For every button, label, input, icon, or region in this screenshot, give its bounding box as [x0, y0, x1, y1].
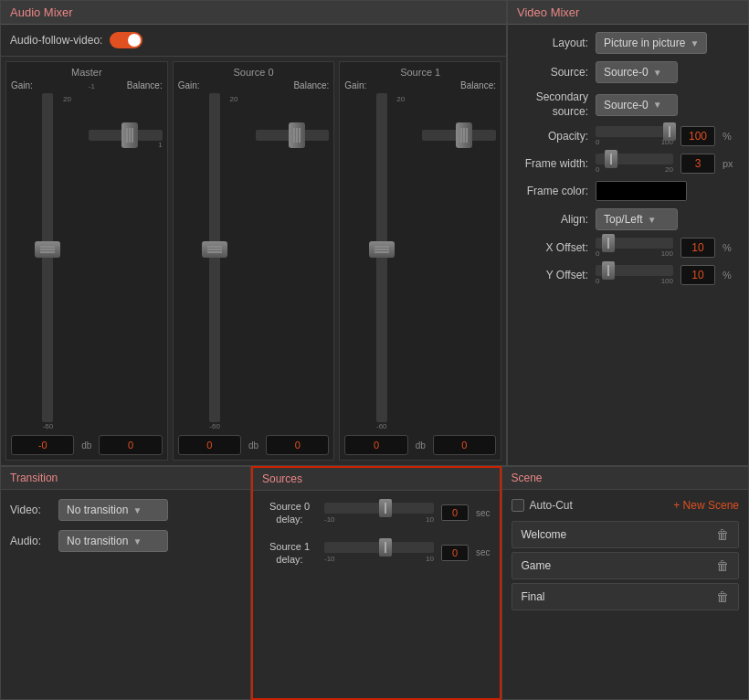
- vm-fw-track[interactable]: [596, 154, 673, 164]
- fw-scale-right: 20: [665, 165, 673, 174]
- gain-slider-master[interactable]: [11, 93, 85, 422]
- vm-opacity-track[interactable]: [596, 126, 673, 137]
- vm-fw-thumb[interactable]: [605, 150, 617, 168]
- audio-mixer-title: Audio Mixer: [10, 5, 73, 19]
- gain-section-source0: 20 -60: [178, 93, 252, 430]
- gain-balance-master: 20 -60 -1 1: [11, 93, 163, 430]
- source0-delay-track[interactable]: [324, 503, 434, 514]
- gain-thumb-master[interactable]: [35, 241, 60, 258]
- source0-scale-right: 10: [426, 515, 434, 524]
- delete-welcome-icon[interactable]: 🗑: [716, 527, 729, 542]
- vm-opacity-label: Opacity:: [515, 130, 588, 143]
- gain-thumb-source0[interactable]: [202, 241, 227, 258]
- scene-header: Scene: [502, 467, 749, 490]
- db-unit-source1: db: [413, 435, 428, 455]
- vm-opacity-slider-container: 0 100: [596, 126, 673, 146]
- gain-balance-source0: 20 -60: [178, 93, 330, 430]
- vm-layout-dropdown[interactable]: Picture in picture ▼: [596, 32, 707, 54]
- vm-layout-label: Layout:: [515, 37, 588, 49]
- vm-fw-input[interactable]: 3: [680, 154, 715, 174]
- channel-source1-meters: 0 db 0: [344, 435, 496, 455]
- source0-delay-thumb[interactable]: [379, 499, 392, 517]
- main-container: Audio Mixer Audio-follow-video: Master G…: [0, 0, 749, 700]
- source1-delay-thumb[interactable]: [379, 538, 392, 557]
- video-mixer-panel: Video Mixer Layout: Picture in picture ▼…: [507, 0, 749, 466]
- channel-source0: Source 0 Gain: Balance: 20 -60: [173, 61, 335, 461]
- scene-item-final[interactable]: Final 🗑: [512, 583, 740, 610]
- source1-delay-unit: sec: [476, 547, 491, 557]
- sources-title: Sources: [262, 472, 302, 485]
- scene-content: Auto-Cut + New Scene Welcome 🗑 Game 🗑 Fi…: [502, 490, 749, 699]
- audio-follow-video-label: Audio-follow-video:: [10, 34, 102, 47]
- source1-scale-left: -10: [324, 555, 335, 563]
- transition-panel: Transition Video: No transition ▼ Audio:…: [0, 466, 251, 700]
- vm-align-row: Align: Top/Left ▼: [515, 208, 741, 230]
- vm-source-dropdown[interactable]: Source-0 ▼: [596, 61, 678, 83]
- transition-audio-dropdown[interactable]: No transition ▼: [58, 530, 168, 552]
- audio-follow-video-toggle[interactable]: [110, 32, 142, 48]
- gain-thumb-source1[interactable]: [369, 241, 395, 258]
- audio-mixer-panel: Audio Mixer Audio-follow-video: Master G…: [0, 0, 507, 466]
- vm-yoffset-input[interactable]: 10: [680, 265, 715, 285]
- balance-track-source0[interactable]: [256, 130, 330, 141]
- balance-track-source1[interactable]: [422, 130, 496, 141]
- source0-delay-input[interactable]: 0: [441, 504, 469, 521]
- channel-master-meters: -0 db 0: [11, 435, 163, 455]
- balance-display-source0: 0: [266, 435, 329, 455]
- scene-name-game: Game: [522, 559, 552, 572]
- vm-xoffset-unit: %: [723, 242, 741, 253]
- source1-delay-label: Source 1 delay:: [262, 540, 317, 567]
- xo-scale-right: 100: [661, 249, 673, 258]
- vm-yo-track[interactable]: [596, 265, 673, 276]
- db-display-master: -0: [11, 435, 74, 455]
- vm-xo-thumb[interactable]: [602, 234, 615, 252]
- vm-fw-slider-container: 0 20: [596, 154, 673, 174]
- delete-final-icon[interactable]: 🗑: [716, 589, 729, 604]
- vm-yoffset-label: Y Offset:: [515, 269, 588, 281]
- balance-track-master[interactable]: [89, 130, 163, 141]
- vm-yo-slider-container: 0 100: [596, 265, 673, 285]
- vm-opacity-thumb[interactable]: [663, 122, 676, 141]
- balance-thumb-source0[interactable]: [289, 122, 305, 148]
- balance-section-source1: [422, 93, 496, 430]
- scale-bot-source1: -60: [376, 422, 387, 430]
- yo-scale-left: 0: [596, 277, 599, 285]
- balance-value-source1: 0: [461, 440, 467, 451]
- transition-video-dropdown[interactable]: No transition ▼: [58, 499, 168, 521]
- delete-game-icon[interactable]: 🗑: [716, 558, 729, 573]
- vm-align-dropdown[interactable]: Top/Left ▼: [596, 208, 678, 230]
- balance-display-master: 0: [99, 435, 162, 455]
- source1-scale-right: 10: [426, 555, 434, 563]
- vm-secondary-source-row: Secondary source: Source-0 ▼: [515, 90, 741, 119]
- vm-xo-track[interactable]: [596, 238, 673, 249]
- vm-opacity-input[interactable]: 100: [680, 126, 715, 146]
- vm-fw-unit: px: [723, 158, 741, 169]
- scale-bot-master: -60: [43, 422, 54, 430]
- vm-yo-thumb[interactable]: [602, 261, 615, 280]
- auto-cut-checkbox[interactable]: [512, 499, 524, 512]
- vm-frame-width-row: Frame width: 0 20 3 px: [515, 154, 741, 174]
- new-scene-button[interactable]: + New Scene: [673, 499, 739, 512]
- transition-title: Transition: [10, 472, 58, 484]
- scene-name-welcome: Welcome: [522, 528, 567, 541]
- vm-source-arrow: ▼: [653, 68, 662, 78]
- transition-video-row: Video: No transition ▼: [10, 499, 241, 521]
- balance-thumb-source1[interactable]: [456, 122, 472, 148]
- gain-track-source1: [376, 93, 387, 422]
- gain-slider-source1[interactable]: [344, 93, 418, 422]
- vm-xoffset-row: X Offset: 0 100 10 %: [515, 238, 741, 258]
- balance-thumb-master[interactable]: [121, 122, 138, 148]
- vm-opacity-row: Opacity: 0 100 100 %: [515, 126, 741, 146]
- transition-video-value: No transition: [67, 504, 128, 516]
- scene-item-game[interactable]: Game 🗑: [512, 552, 740, 579]
- gain-slider-source0[interactable]: [178, 93, 252, 422]
- source1-delay-input[interactable]: 0: [441, 545, 469, 561]
- scene-item-welcome[interactable]: Welcome 🗑: [512, 521, 740, 548]
- sources-header: Sources: [253, 468, 500, 491]
- vm-secondary-source-dropdown[interactable]: Source-0 ▼: [596, 94, 678, 116]
- vm-xoffset-input[interactable]: 10: [680, 238, 715, 258]
- vm-frame-color-swatch[interactable]: [596, 181, 687, 201]
- vm-opacity-scale: 0 100: [596, 138, 673, 146]
- channel-master: Master Gain: Balance: 20 -60: [5, 61, 168, 461]
- source1-delay-track[interactable]: [324, 542, 434, 553]
